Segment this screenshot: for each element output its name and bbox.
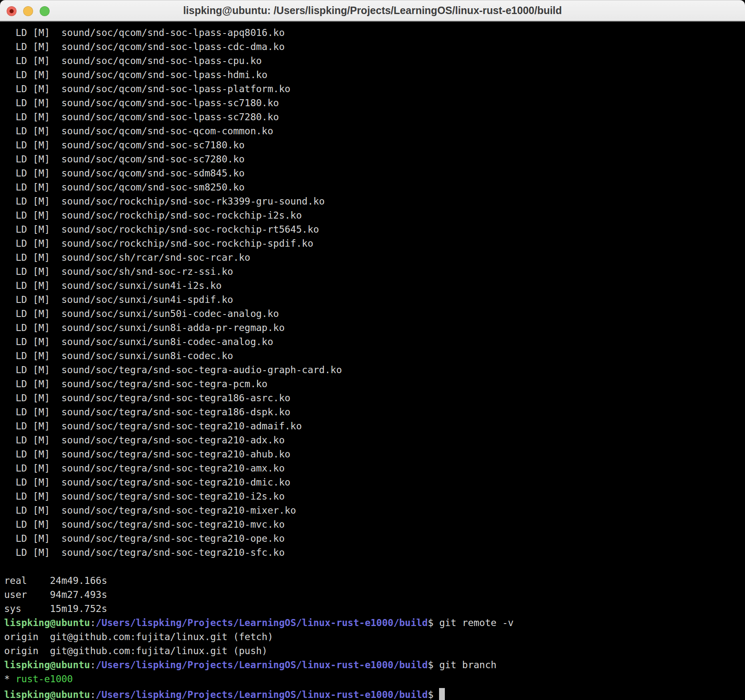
build-output: LD [M] sound/soc/tegra/snd-soc-tegra210-… [4,533,285,544]
terminal-line: sys 15m19.752s [4,602,743,616]
build-output: LD [M] sound/soc/sh/rcar/snd-soc-rcar.ko [4,252,250,263]
prompt-cwd: /Users/lispking/Projects/LearningOS/linu… [96,617,428,628]
terminal-line: LD [M] sound/soc/qcom/snd-soc-sm8250.ko [4,180,743,194]
build-output: LD [M] sound/soc/qcom/snd-soc-sdm845.ko [4,168,245,179]
terminal-line: origin git@github.com:fujita/linux.git (… [4,630,743,644]
terminal-line: LD [M] sound/soc/qcom/snd-soc-sc7180.ko [4,138,743,152]
terminal-line: LD [M] sound/soc/tegra/snd-soc-tegra210-… [4,447,743,461]
terminal-line: LD [M] sound/soc/qcom/snd-soc-lpass-cpu.… [4,54,743,68]
terminal-line: LD [M] sound/soc/tegra/snd-soc-tegra210-… [4,489,743,503]
build-output: LD [M] sound/soc/tegra/snd-soc-tegra210-… [4,505,296,516]
build-output: LD [M] sound/soc/tegra/snd-soc-tegra-aud… [4,364,342,375]
branch-name: rust-e1000 [16,674,73,684]
time-real: real 24m49.166s [4,575,107,586]
build-output: LD [M] sound/soc/tegra/snd-soc-tegra210-… [4,519,285,530]
minimize-button[interactable] [23,6,33,16]
prompt-user-host: lispking@ubuntu [4,689,90,700]
build-output: LD [M] sound/soc/qcom/snd-soc-lpass-sc72… [4,112,279,122]
build-output: LD [M] sound/soc/rockchip/snd-soc-rk3399… [4,196,325,207]
build-output: LD [M] sound/soc/tegra/snd-soc-tegra210-… [4,547,285,558]
terminal-cursor[interactable] [439,688,445,700]
terminal-line: LD [M] sound/soc/qcom/snd-soc-sdm845.ko [4,166,743,180]
terminal-line: LD [M] sound/soc/sunxi/sun4i-i2s.ko [4,279,743,293]
build-output: LD [M] sound/soc/sh/snd-soc-rz-ssi.ko [4,266,233,277]
git-remote-push: origin git@github.com:fujita/linux.git (… [4,645,267,656]
terminal-line: lispking@ubuntu:/Users/lispking/Projects… [4,658,743,672]
build-output: LD [M] sound/soc/tegra/snd-soc-tegra186-… [4,407,290,417]
prompt-cwd: /Users/lispking/Projects/LearningOS/linu… [96,660,428,670]
build-output: LD [M] sound/soc/tegra/snd-soc-tegra210-… [4,421,302,431]
terminal-screen[interactable]: LD [M] sound/soc/qcom/snd-soc-lpass-apq8… [0,21,745,700]
terminal-line: LD [M] sound/soc/rockchip/snd-soc-rk3399… [4,194,743,208]
build-output: LD [M] sound/soc/qcom/snd-soc-lpass-cdc-… [4,41,285,52]
terminal-line: LD [M] sound/soc/tegra/snd-soc-tegra210-… [4,531,743,545]
build-output: LD [M] sound/soc/qcom/snd-soc-lpass-cpu.… [4,55,262,66]
time-sys: sys 15m19.752s [4,603,107,614]
build-output: LD [M] sound/soc/qcom/snd-soc-sc7280.ko [4,154,245,164]
prompt-separator: : [90,617,96,628]
terminal-line: origin git@github.com:fujita/linux.git (… [4,644,743,658]
terminal-line: LD [M] sound/soc/sunxi/sun8i-codec-analo… [4,335,743,349]
build-output: LD [M] sound/soc/tegra/snd-soc-tegra210-… [4,463,285,474]
terminal-line: * rust-e1000 [4,672,743,686]
build-output: LD [M] sound/soc/sunxi/sun50i-codec-anal… [4,308,279,319]
window-titlebar[interactable]: lispking@ubuntu: /Users/lispking/Project… [0,0,745,21]
terminal-line: LD [M] sound/soc/sunxi/sun50i-codec-anal… [4,307,743,321]
terminal-line: LD [M] sound/soc/qcom/snd-soc-qcom-commo… [4,124,743,138]
terminal-line: user 94m27.493s [4,588,743,602]
terminal-line: LD [M] sound/soc/tegra/snd-soc-tegra186-… [4,405,743,419]
terminal-line: LD [M] sound/soc/sunxi/sun4i-spdif.ko [4,293,743,307]
prompt-user-host: lispking@ubuntu [4,617,90,628]
terminal-line: LD [M] sound/soc/qcom/snd-soc-sc7280.ko [4,152,743,166]
traffic-light-buttons [7,6,50,16]
terminal-line: LD [M] sound/soc/tegra/snd-soc-tegra210-… [4,503,743,517]
build-output: LD [M] sound/soc/qcom/snd-soc-sm8250.ko [4,182,245,193]
close-button[interactable] [7,6,17,16]
terminal-line: LD [M] sound/soc/sunxi/sun8i-adda-pr-reg… [4,321,743,335]
build-output: LD [M] sound/soc/tegra/snd-soc-tegra210-… [4,491,285,502]
terminal-line: LD [M] sound/soc/sunxi/sun8i-codec.ko [4,349,743,363]
prompt-cwd: /Users/lispking/Projects/LearningOS/linu… [96,689,428,700]
terminal-window: lispking@ubuntu: /Users/lispking/Project… [0,0,745,700]
build-output: LD [M] sound/soc/rockchip/snd-soc-rockch… [4,224,319,235]
terminal-line: LD [M] sound/soc/tegra/snd-soc-tegra210-… [4,545,743,560]
terminal-line: LD [M] sound/soc/rockchip/snd-soc-rockch… [4,236,743,250]
terminal-line: lispking@ubuntu:/Users/lispking/Projects… [4,686,743,700]
terminal-line: LD [M] sound/soc/qcom/snd-soc-lpass-sc72… [4,110,743,124]
command-git-remote: $ git remote -v [428,617,514,628]
terminal-line [4,560,743,574]
terminal-line: LD [M] sound/soc/qcom/snd-soc-lpass-cdc-… [4,40,743,54]
terminal-line: LD [M] sound/soc/tegra/snd-soc-tegra-pcm… [4,377,743,391]
build-output: LD [M] sound/soc/qcom/snd-soc-sc7180.ko [4,140,245,150]
build-output: LD [M] sound/soc/qcom/snd-soc-lpass-apq8… [4,27,285,38]
build-output: LD [M] sound/soc/tegra/snd-soc-tegra210-… [4,435,285,445]
window-title: lispking@ubuntu: /Users/lispking/Project… [183,5,562,17]
build-output: LD [M] sound/soc/sunxi/sun8i-adda-pr-reg… [4,322,285,333]
build-output: LD [M] sound/soc/tegra/snd-soc-tegra210-… [4,477,290,488]
build-output: LD [M] sound/soc/qcom/snd-soc-lpass-sc71… [4,98,279,108]
terminal-line: LD [M] sound/soc/rockchip/snd-soc-rockch… [4,208,743,222]
terminal-line: LD [M] sound/soc/rockchip/snd-soc-rockch… [4,222,743,236]
prompt-user-host: lispking@ubuntu [4,660,90,670]
build-output: LD [M] sound/soc/tegra/snd-soc-tegra-pcm… [4,379,267,389]
build-output: LD [M] sound/soc/qcom/snd-soc-lpass-hdmi… [4,69,267,80]
terminal-line: LD [M] sound/soc/sh/rcar/snd-soc-rcar.ko [4,250,743,264]
prompt-separator: : [90,689,96,700]
terminal-line: LD [M] sound/soc/qcom/snd-soc-lpass-apq8… [4,26,743,40]
build-output: LD [M] sound/soc/sunxi/sun4i-spdif.ko [4,294,233,305]
zoom-button[interactable] [40,6,50,16]
build-output: LD [M] sound/soc/qcom/snd-soc-lpass-plat… [4,83,290,94]
terminal-line: real 24m49.166s [4,574,743,588]
terminal-line: LD [M] sound/soc/tegra/snd-soc-tegra210-… [4,419,743,433]
build-output: LD [M] sound/soc/tegra/snd-soc-tegra210-… [4,449,290,460]
prompt-dollar: $ [428,689,439,700]
build-output: LD [M] sound/soc/rockchip/snd-soc-rockch… [4,238,313,249]
terminal-line: LD [M] sound/soc/qcom/snd-soc-lpass-hdmi… [4,68,743,82]
terminal-line: LD [M] sound/soc/tegra/snd-soc-tegra186-… [4,391,743,405]
terminal-line: LD [M] sound/soc/tegra/snd-soc-tegra210-… [4,517,743,531]
build-output: LD [M] sound/soc/sunxi/sun8i-codec-analo… [4,336,273,347]
terminal-line: LD [M] sound/soc/tegra/snd-soc-tegra210-… [4,461,743,475]
build-output: LD [M] sound/soc/tegra/snd-soc-tegra186-… [4,393,290,403]
build-output: LD [M] sound/soc/sunxi/sun8i-codec.ko [4,350,233,361]
prompt-separator: : [90,660,96,670]
